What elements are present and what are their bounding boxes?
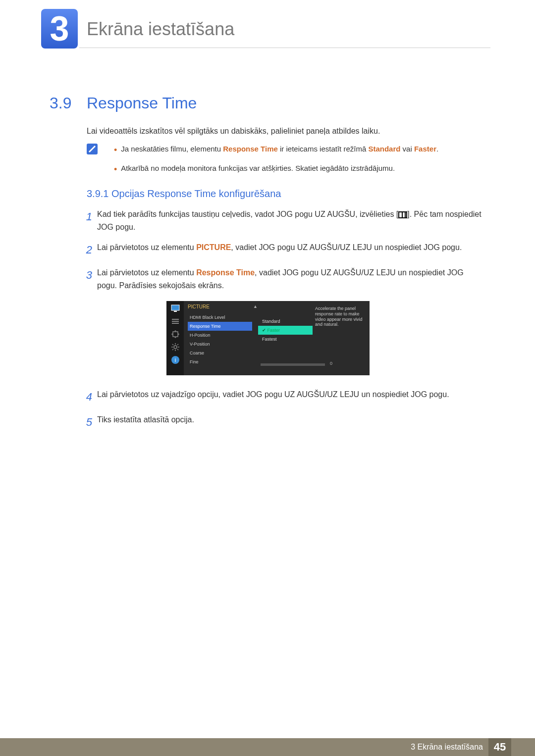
bullet-dot-icon: • bbox=[114, 144, 117, 157]
note-icon bbox=[87, 144, 98, 154]
osd-menu-item: Coarse bbox=[188, 349, 252, 357]
osd-menu-item: H-Position bbox=[188, 331, 252, 340]
svg-point-6 bbox=[174, 346, 177, 349]
svg-rect-1 bbox=[174, 311, 177, 312]
intro-text: Lai videoattēls izskatītos vēl spilgtāks… bbox=[87, 127, 380, 136]
osd-option-selected: ✔ Faster bbox=[258, 326, 313, 335]
menu-icon bbox=[398, 211, 407, 218]
osd-option: Standard bbox=[258, 317, 313, 326]
resize-icon bbox=[171, 330, 180, 339]
osd-slider-value: 0 bbox=[330, 361, 332, 366]
section-number: 3.9 bbox=[50, 94, 71, 112]
osd-option: Fastest bbox=[258, 335, 313, 344]
osd-menu-item: V-Position bbox=[188, 340, 252, 349]
osd-screenshot: i PICTURE ▲ HDMI Black Level Response Ti… bbox=[166, 301, 370, 375]
svg-rect-2 bbox=[172, 319, 179, 320]
step-3: 3 Lai pārvietotos uz elementu Response T… bbox=[79, 266, 485, 292]
chapter-title: Ekrāna iestatīšana bbox=[87, 19, 234, 40]
step-number: 1 bbox=[79, 208, 92, 233]
info-icon: i bbox=[171, 355, 180, 364]
step-5: 5 Tiks iestatīta atlasītā opcija. bbox=[79, 413, 485, 431]
svg-rect-3 bbox=[172, 321, 179, 322]
page-number: 45 bbox=[488, 738, 511, 756]
step-number: 5 bbox=[79, 413, 92, 431]
step-1: 1 Kad tiek parādīts funkcijas taustiņu c… bbox=[79, 208, 485, 233]
steps-list: 1 Kad tiek parādīts funkcijas taustiņu c… bbox=[79, 208, 485, 300]
osd-slider bbox=[261, 363, 325, 366]
gear-icon bbox=[171, 343, 180, 352]
step-number: 2 bbox=[79, 241, 92, 258]
svg-text:i: i bbox=[174, 357, 175, 363]
step-number: 4 bbox=[79, 388, 92, 405]
footer-bar: 3 Ekrāna iestatīšana bbox=[0, 738, 535, 756]
note-bullet-1: • Ja neskatāties filmu, elementu Respons… bbox=[114, 144, 481, 157]
step-2: 2 Lai pārvietotos uz elementu PICTURE, v… bbox=[79, 241, 485, 258]
osd-description: Accelerate the panel response rate to ma… bbox=[315, 306, 365, 327]
svg-rect-0 bbox=[171, 305, 179, 310]
step-number: 3 bbox=[79, 266, 92, 292]
section-title: Response Time bbox=[87, 94, 197, 112]
steps-list-cont: 4 Lai pārvietotos uz vajadzīgo opciju, v… bbox=[79, 388, 485, 439]
osd-options: Standard ✔ Faster Fastest bbox=[258, 317, 313, 344]
osd-menu-item: HDMI Black Level bbox=[188, 313, 252, 322]
osd-sidebar-icons: i bbox=[166, 301, 184, 364]
osd-menu: HDMI Black Level Response Time H-Positio… bbox=[188, 313, 252, 366]
svg-rect-4 bbox=[172, 323, 179, 324]
footer-text: 3 Ekrāna iestatīšana bbox=[411, 743, 483, 752]
note-bullets: • Ja neskatāties filmu, elementu Respons… bbox=[114, 144, 481, 182]
chapter-number-badge: 3 bbox=[41, 9, 78, 49]
osd-title: PICTURE bbox=[188, 304, 210, 309]
osd-menu-item-selected: Response Time bbox=[188, 322, 252, 331]
osd-menu-item: Fine bbox=[188, 357, 252, 366]
step-4: 4 Lai pārvietotos uz vajadzīgo opciju, v… bbox=[79, 388, 485, 405]
monitor-icon bbox=[171, 304, 180, 313]
svg-rect-5 bbox=[173, 332, 178, 337]
chevron-up-icon: ▲ bbox=[253, 304, 258, 309]
list-icon bbox=[171, 317, 180, 326]
subsection-title: 3.9.1 Opcijas Response Time konfigurēšan… bbox=[87, 188, 281, 200]
note-bullet-2: • Atkarībā no modeļa monitora funkcijas … bbox=[114, 163, 481, 176]
bullet-dot-icon: • bbox=[114, 163, 117, 176]
